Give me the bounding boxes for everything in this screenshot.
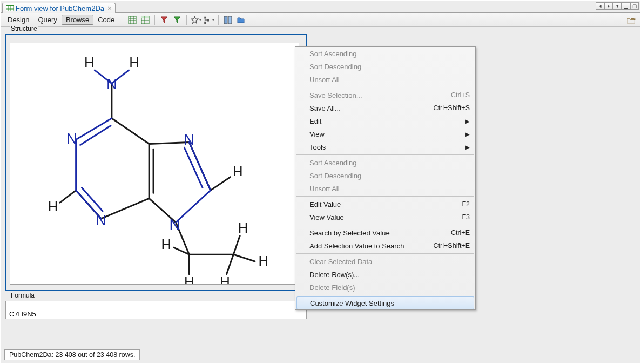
- menu-separator: [296, 225, 474, 225]
- structure-canvas[interactable]: N N N N N H H H H H H: [10, 43, 299, 285]
- menu-item-edit[interactable]: Edit▶: [295, 114, 475, 127]
- menu-item-customize-widget-settings[interactable]: Customize Widget Settings: [296, 296, 474, 309]
- maximize-button[interactable]: ▢: [630, 2, 639, 10]
- menu-item-label: Sort Ascending: [309, 159, 356, 167]
- svg-line-35: [211, 177, 231, 191]
- menu-separator: [296, 196, 474, 197]
- svg-text:N: N: [170, 216, 180, 233]
- menu-item-label: Add Selection Value to Search: [309, 242, 404, 250]
- menu-item-save-selection: Save Selection...Ctrl+S: [295, 89, 475, 102]
- menu-item-clear-selected-data: Clear Selected Data: [295, 255, 475, 268]
- submenu-arrow-icon: ▶: [465, 131, 470, 137]
- menu-item-label: Sort Descending: [309, 172, 361, 180]
- menu-item-sort-ascending: Sort Ascending: [295, 47, 475, 60]
- svg-rect-19: [207, 19, 210, 21]
- submenu-arrow-icon: ▶: [465, 118, 470, 124]
- menu-shortcut: F2: [462, 200, 470, 208]
- molecule-diagram: N N N N N H H H H H H: [10, 43, 299, 284]
- menu-item-label: Sort Descending: [309, 63, 361, 71]
- minimize-button[interactable]: ▁: [622, 2, 630, 10]
- menu-item-label: View: [309, 130, 325, 138]
- separator: [186, 15, 187, 25]
- menu-item-label: Search by Selected Value: [309, 229, 390, 237]
- menu-item-tools[interactable]: Tools▶: [295, 140, 475, 153]
- grid1-icon[interactable]: [127, 15, 138, 25]
- svg-line-40: [233, 236, 240, 255]
- mode-query[interactable]: Query: [33, 15, 61, 25]
- menu-item-sort-ascending: Sort Ascending: [295, 156, 475, 169]
- status-bar: PubChem2Da: 23 408 out of 23 408 rows.: [1, 347, 640, 363]
- star-dropdown-icon[interactable]: ▾: [191, 15, 201, 25]
- svg-text:H: H: [233, 164, 243, 179]
- menu-item-view[interactable]: View▶: [295, 127, 475, 140]
- mode-tabs: Design Query Browse Code: [3, 15, 119, 25]
- nav-prev-button[interactable]: ◂: [596, 2, 604, 10]
- tree-dropdown-icon[interactable]: ▾: [204, 15, 214, 25]
- table-icon: [6, 5, 14, 11]
- svg-rect-18: [205, 16, 207, 18]
- mode-browse[interactable]: Browse: [62, 15, 93, 25]
- filter-green-icon[interactable]: [172, 15, 183, 25]
- svg-text:N: N: [96, 212, 106, 228]
- close-tab-icon[interactable]: ✕: [107, 5, 112, 11]
- menu-separator: [296, 87, 474, 87]
- menu-shortcut: Ctrl+Shift+S: [434, 104, 470, 112]
- svg-marker-15: [161, 17, 167, 23]
- mode-design[interactable]: Design: [3, 15, 33, 25]
- menu-item-delete-field-s: Delete Field(s): [295, 281, 475, 294]
- submenu-arrow-icon: ▶: [465, 144, 470, 150]
- svg-text:N: N: [184, 131, 194, 148]
- svg-line-50: [176, 190, 211, 222]
- formula-label: Formula: [10, 292, 36, 299]
- svg-text:H: H: [48, 199, 58, 214]
- tab-form-view[interactable]: Form view for PubChem2Da ✕: [2, 3, 116, 13]
- menu-item-label: Clear Selected Data: [309, 258, 372, 266]
- menu-item-label: Unsort All: [309, 76, 340, 84]
- svg-text:H: H: [84, 55, 95, 70]
- menu-item-label: View Value: [309, 213, 344, 221]
- folder-icon[interactable]: [626, 15, 637, 26]
- menu-item-label: Unsort All: [309, 185, 340, 193]
- svg-rect-23: [224, 16, 227, 24]
- menu-item-view-value[interactable]: View ValueF3: [295, 211, 475, 224]
- svg-line-32: [149, 142, 189, 144]
- grid2-icon[interactable]: [140, 15, 151, 25]
- formula-box[interactable]: C7H9N5: [5, 301, 307, 319]
- svg-text:H: H: [129, 55, 139, 70]
- menu-item-sort-descending: Sort Descending: [295, 169, 475, 182]
- structure-field: Structure: [5, 30, 308, 292]
- nav-next-button[interactable]: ▸: [604, 2, 613, 10]
- context-menu: Sort AscendingSort DescendingUnsort AllS…: [295, 46, 476, 310]
- menu-shortcut: Ctrl+E: [451, 229, 470, 237]
- menu-item-label: Edit Value: [309, 200, 341, 208]
- menu-item-label: Delete Row(s)...: [309, 271, 360, 279]
- menu-item-edit-value[interactable]: Edit ValueF2: [295, 198, 475, 211]
- formula-field: Formula C7H9N5: [5, 296, 307, 319]
- separator: [154, 15, 155, 25]
- structure-selection[interactable]: N N N N N H H H H H H: [5, 34, 307, 291]
- panels-icon[interactable]: [222, 15, 233, 25]
- svg-marker-16: [174, 17, 180, 23]
- menu-shortcut: F3: [462, 213, 470, 221]
- open-icon[interactable]: [235, 15, 246, 25]
- svg-line-41: [233, 254, 255, 261]
- svg-line-42: [227, 254, 234, 274]
- menu-item-add-selection-value-to-search[interactable]: Add Selection Value to SearchCtrl+Shift+…: [295, 239, 475, 252]
- svg-text:H: H: [258, 253, 268, 268]
- menu-item-sort-descending: Sort Descending: [295, 60, 475, 73]
- svg-line-29: [112, 118, 149, 144]
- dropdown-button[interactable]: ▾: [613, 2, 622, 10]
- svg-text:H: H: [220, 274, 230, 284]
- svg-text:N: N: [66, 130, 77, 147]
- menu-item-label: Tools: [309, 143, 326, 151]
- filter-red-icon[interactable]: [159, 15, 170, 25]
- window-controls: ◂ ▸ ▾ ▁ ▢: [596, 2, 639, 10]
- menu-item-label: Customize Widget Settings: [310, 299, 394, 307]
- menu-separator: [296, 154, 474, 155]
- menu-separator: [296, 295, 474, 295]
- mode-code[interactable]: Code: [93, 15, 119, 25]
- menu-item-save-all[interactable]: Save All...Ctrl+Shift+S: [295, 102, 475, 114]
- menu-item-delete-row-s[interactable]: Delete Row(s)...: [295, 268, 475, 281]
- toolbar: Design Query Browse Code ▾ ▾: [1, 13, 640, 27]
- menu-item-search-by-selected-value[interactable]: Search by Selected ValueCtrl+E: [295, 226, 475, 239]
